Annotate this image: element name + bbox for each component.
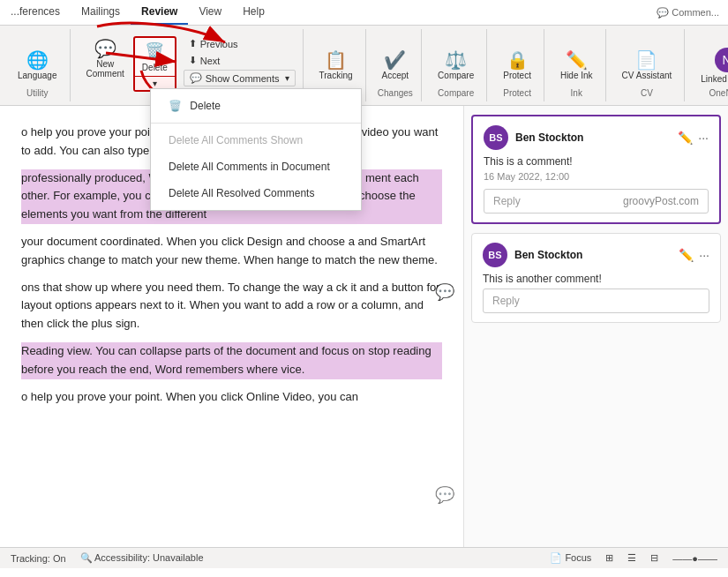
show-comments-chevron: ▾ — [285, 73, 289, 83]
linked-notes-button[interactable]: N Linked Notes — [695, 44, 728, 87]
previous-button[interactable]: ⬆ Previous — [184, 36, 296, 51]
comment-2-actions[interactable]: ✏️ ··· — [679, 248, 709, 262]
comment-2-body: This is another comment! — [483, 273, 709, 285]
layout-view-1[interactable]: ⊞ — [605, 552, 613, 564]
tracking-status: Tracking: On — [11, 553, 66, 564]
delete-dropdown-menu: 🗑️ Delete Delete All Comments Shown Dele… — [150, 88, 362, 211]
cv-icon: 📄 — [635, 51, 657, 69]
ribbon-group-cv: 📄 CV Assistant CV — [610, 29, 686, 101]
more-icon-2[interactable]: ··· — [699, 248, 709, 262]
group-label-changes: Changes — [370, 88, 422, 98]
group-label-utility: Utility — [5, 88, 70, 98]
new-comment-icon: 💬 — [94, 40, 116, 57]
tracking-button[interactable]: 📋 Tracking — [314, 48, 358, 84]
edit-icon-2[interactable]: ✏️ — [679, 248, 694, 262]
layout-view-3[interactable]: ⊟ — [650, 552, 658, 564]
delete-menu-icon: 🗑️ — [169, 100, 182, 112]
comment-margin-icon-1: 💬 — [435, 282, 454, 302]
group-label-onenote: OneNote — [688, 88, 728, 98]
ribbon-group-ink: ✏️ Hide Ink Ink — [548, 29, 606, 101]
ribbon-group-language: 🌐 Language Utility — [5, 29, 71, 101]
accept-button[interactable]: ✔️ Accept — [377, 48, 415, 84]
comment-2-author: Ben Stockton — [514, 249, 672, 261]
comment-card-2: BS Ben Stockton ✏️ ··· This is another c… — [471, 233, 721, 323]
cv-assistant-button[interactable]: 📄 CV Assistant — [617, 48, 678, 84]
tab-help[interactable]: Help — [232, 0, 275, 25]
next-button[interactable]: ⬇ Next — [184, 53, 296, 68]
hide-ink-icon: ✏️ — [566, 51, 588, 69]
language-button[interactable]: 🌐 Language — [12, 48, 63, 84]
group-label-cv: CV — [610, 88, 685, 98]
delete-button[interactable]: 🗑️ Delete — [135, 38, 175, 76]
comment-card-1: BS Ben Stockton ✏️ ··· This is a comment… — [471, 115, 721, 224]
show-comments-icon: 💬 — [190, 72, 202, 84]
doc-para-5: Reading view. You can collapse parts of … — [21, 342, 442, 379]
comment-1-author: Ben Stockton — [515, 131, 671, 144]
delete-all-shown-menu-item: Delete All Comments Shown — [151, 127, 361, 154]
group-label-compare: Compare — [425, 88, 486, 98]
delete-icon: 🗑️ — [145, 41, 164, 61]
comment-1-groovy: groovyPost.com — [623, 195, 699, 207]
doc-para-3: your document coordinated. When you clic… — [21, 233, 442, 270]
protect-icon: 🔒 — [507, 51, 529, 69]
comment-1-header: BS Ben Stockton ✏️ ··· — [484, 125, 709, 150]
previous-icon: ⬆ — [189, 38, 197, 49]
compare-icon: ⚖️ — [445, 51, 467, 69]
doc-para-6: o help you prove your point. When you cl… — [21, 388, 442, 407]
delete-menu-item[interactable]: 🗑️ Delete — [151, 93, 361, 119]
language-icon: 🌐 — [26, 51, 49, 69]
zoom-slider[interactable]: ——●—— — [672, 553, 717, 564]
comment-1-date: 16 May 2022, 12:00 — [484, 171, 709, 182]
more-icon[interactable]: ··· — [698, 131, 709, 145]
doc-para-4: ons that show up where you need them. To… — [21, 279, 442, 333]
group-label-protect: Protect — [491, 88, 544, 98]
compare-button[interactable]: ⚖️ Compare — [432, 48, 479, 84]
accept-icon: ✔️ — [384, 51, 406, 69]
focus-mode[interactable]: 📄 Focus — [550, 552, 591, 564]
accessibility-status: 🔍 Accessibility: Unavailable — [80, 552, 204, 564]
comment-1-actions[interactable]: ✏️ ··· — [678, 131, 709, 145]
onenote-icon: N — [715, 48, 729, 72]
edit-icon[interactable]: ✏️ — [678, 131, 693, 145]
chevron-down-icon: ▾ — [153, 79, 157, 88]
ribbon-group-onenote: N Linked Notes OneNote — [688, 29, 728, 101]
comment-1-avatar: BS — [484, 125, 508, 150]
comment-1-reply-box[interactable]: Reply groovyPost.com — [484, 189, 709, 214]
tab-review[interactable]: Review — [131, 0, 188, 25]
comment-1-reply-placeholder: Reply — [493, 195, 521, 207]
new-comment-button[interactable]: 💬 NewComment — [81, 36, 130, 82]
layout-view-2[interactable]: ☰ — [627, 552, 636, 564]
ribbon-group-protect: 🔒 Protect Protect — [491, 29, 544, 101]
tab-mailings[interactable]: Mailings — [71, 0, 131, 25]
comment-2-reply-box[interactable]: Reply — [483, 288, 709, 313]
comments-panel: BS Ben Stockton ✏️ ··· This is a comment… — [463, 106, 728, 547]
status-bar: Tracking: On 🔍 Accessibility: Unavailabl… — [0, 547, 728, 568]
comment-2-header: BS Ben Stockton ✏️ ··· — [483, 243, 709, 267]
show-comments-button[interactable]: 💬 Show Comments ▾ — [184, 70, 296, 86]
hide-ink-button[interactable]: ✏️ Hide Ink — [555, 48, 598, 84]
ribbon-group-compare: ⚖️ Compare Compare — [425, 29, 487, 101]
menu-divider-1 — [151, 123, 361, 124]
comment-2-reply-placeholder: Reply — [492, 295, 520, 307]
next-icon: ⬇ — [189, 55, 197, 66]
group-label-ink: Ink — [548, 88, 605, 98]
tracking-icon: 📋 — [325, 51, 347, 69]
comment-2-avatar: BS — [483, 243, 507, 267]
protect-button[interactable]: 🔒 Protect — [498, 48, 537, 84]
comment-tab-btn[interactable]: 💬 Commen... — [657, 7, 719, 19]
comment-margin-icon-2: 💬 — [435, 485, 454, 505]
comment-1-body: This is a comment! — [484, 155, 709, 168]
tab-view[interactable]: View — [188, 0, 232, 25]
delete-all-document-menu-item[interactable]: Delete All Comments in Document — [151, 154, 361, 180]
ribbon-group-accept: ✔️ Accept Changes — [370, 29, 423, 101]
tab-references[interactable]: ...ferences — [0, 0, 71, 25]
delete-all-resolved-menu-item[interactable]: Delete All Resolved Comments — [151, 180, 361, 206]
